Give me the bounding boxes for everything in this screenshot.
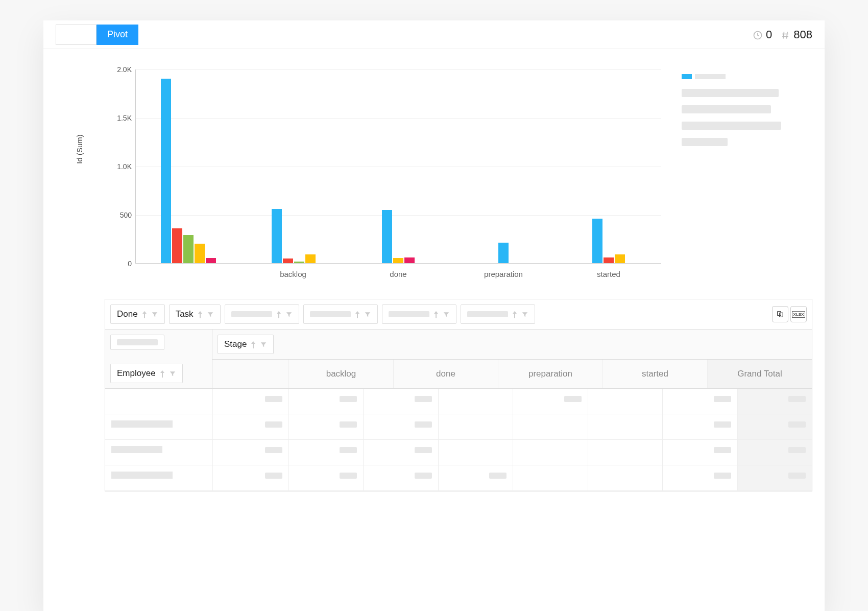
chip-placeholder xyxy=(389,311,429,317)
cell xyxy=(439,389,513,414)
cell xyxy=(439,440,513,465)
cell xyxy=(513,414,588,439)
bar[interactable] xyxy=(498,243,509,263)
filter-icon[interactable] xyxy=(443,309,450,319)
tab-blank[interactable] xyxy=(56,25,97,45)
filter-icon[interactable] xyxy=(151,309,158,319)
legend-swatch xyxy=(682,74,692,79)
svg-rect-1 xyxy=(144,313,145,318)
page: Pivot 0 808 Id (Sum) 05001.0K1.5K2.0K xyxy=(43,20,825,611)
legend-item[interactable] xyxy=(682,89,779,97)
measure-chip-task[interactable]: Task xyxy=(169,304,221,324)
column-header-started[interactable]: started xyxy=(603,360,708,388)
column-header-grand-total[interactable]: Grand Total xyxy=(708,360,812,388)
employee-chip[interactable]: Employee xyxy=(110,364,183,383)
export-copy-button[interactable] xyxy=(772,306,788,322)
bar[interactable] xyxy=(283,258,293,264)
legend-item[interactable] xyxy=(682,122,781,130)
cell xyxy=(588,465,663,490)
bar[interactable] xyxy=(172,228,182,263)
sort-asc-icon[interactable] xyxy=(355,309,360,319)
column-header-done[interactable]: done xyxy=(394,360,498,388)
x-tick: preparation xyxy=(451,264,556,278)
column-header-preparation[interactable]: preparation xyxy=(498,360,603,388)
bar[interactable] xyxy=(195,244,205,263)
svg-rect-6 xyxy=(514,313,515,318)
measure-chip-placeholder[interactable] xyxy=(225,304,299,324)
cell xyxy=(289,414,364,439)
cell xyxy=(212,465,289,490)
tab-pivot[interactable]: Pivot xyxy=(97,25,138,45)
chip-label: Task xyxy=(176,309,194,319)
legend-item[interactable] xyxy=(682,73,794,81)
hash-icon xyxy=(780,28,790,41)
x-tick: started xyxy=(556,264,661,278)
clock-icon xyxy=(753,28,763,41)
pivot-card: DoneTask XLSX Employee xyxy=(105,299,812,491)
y-tick: 2.0K xyxy=(117,65,136,74)
tab-group: Pivot xyxy=(56,25,138,45)
stage-chip[interactable]: Stage xyxy=(218,335,274,354)
bar[interactable] xyxy=(592,219,602,263)
sort-asc-icon[interactable] xyxy=(142,309,147,319)
svg-rect-9 xyxy=(162,372,163,378)
sort-asc-icon[interactable] xyxy=(160,368,165,379)
chart-area: Id (Sum) 05001.0K1.5K2.0K backlogdonepre… xyxy=(43,49,825,294)
bar[interactable] xyxy=(382,210,392,264)
filter-icon[interactable] xyxy=(521,309,528,319)
row-label xyxy=(105,440,212,465)
filter-icon[interactable] xyxy=(260,339,267,349)
measure-chip-placeholder[interactable] xyxy=(461,304,535,324)
cell xyxy=(289,465,364,490)
chip-placeholder xyxy=(467,311,508,317)
header: Pivot 0 808 xyxy=(43,20,825,49)
svg-rect-4 xyxy=(357,313,358,318)
cell xyxy=(588,414,663,439)
legend-item[interactable] xyxy=(682,105,771,113)
chart-legend xyxy=(682,69,794,278)
bar[interactable] xyxy=(161,79,171,263)
cell xyxy=(513,465,588,490)
header-stats: 0 808 xyxy=(753,28,812,41)
bar[interactable] xyxy=(183,235,194,263)
sort-asc-icon[interactable] xyxy=(276,309,281,319)
sort-asc-icon[interactable] xyxy=(512,309,517,319)
cell xyxy=(663,465,737,490)
cell xyxy=(738,440,812,465)
cell xyxy=(212,389,289,414)
bar[interactable] xyxy=(404,257,415,263)
measure-chip-done[interactable]: Done xyxy=(110,304,165,324)
bar[interactable] xyxy=(294,262,304,263)
cell xyxy=(513,440,588,465)
y-tick: 0 xyxy=(128,260,136,268)
bar[interactable] xyxy=(305,254,316,263)
filter-icon[interactable] xyxy=(364,309,371,319)
bar[interactable] xyxy=(272,209,282,263)
legend-item[interactable] xyxy=(682,138,728,146)
bar[interactable] xyxy=(604,257,614,263)
filter-icon[interactable] xyxy=(169,368,176,379)
sort-asc-icon[interactable] xyxy=(433,309,439,319)
filter-icon[interactable] xyxy=(285,309,293,319)
bar[interactable] xyxy=(206,258,216,263)
column-header-blank[interactable] xyxy=(212,360,289,388)
svg-rect-5 xyxy=(436,313,437,318)
cell xyxy=(364,389,438,414)
column-header-backlog[interactable]: backlog xyxy=(289,360,394,388)
table-row xyxy=(105,440,812,465)
bar-group xyxy=(241,69,346,263)
measure-chip-placeholder[interactable] xyxy=(303,304,378,324)
bar[interactable] xyxy=(393,258,403,263)
cell xyxy=(212,440,289,465)
sort-asc-icon[interactable] xyxy=(251,339,256,349)
bar[interactable] xyxy=(615,254,625,263)
table-row xyxy=(105,414,812,440)
measure-chip-placeholder[interactable] xyxy=(382,304,456,324)
tab-label: Pivot xyxy=(107,29,128,40)
row-placeholder-chip[interactable] xyxy=(110,335,164,350)
sort-asc-icon[interactable] xyxy=(198,309,203,319)
y-axis-label: Id (Sum) xyxy=(75,134,84,164)
filter-icon[interactable] xyxy=(207,309,214,319)
pivot-grid-header: Employee Stage xyxy=(105,330,812,389)
export-xlsx-button[interactable]: XLSX xyxy=(790,306,807,322)
